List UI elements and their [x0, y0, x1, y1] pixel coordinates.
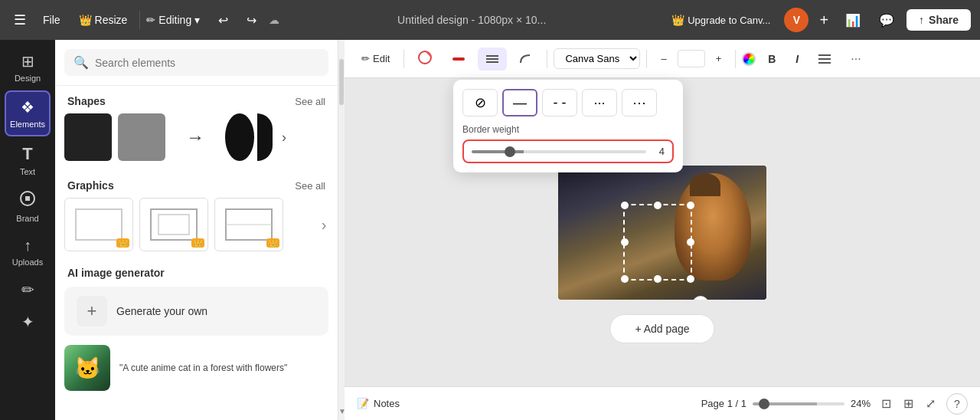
search-input[interactable] — [95, 57, 319, 69]
italic-button[interactable]: I — [788, 48, 806, 70]
border-dashed-button[interactable]: - - — [542, 89, 577, 116]
corner-radius-button[interactable] — [511, 48, 541, 71]
panel-scroll-down[interactable]: ▼ — [338, 403, 345, 417]
graphics-section-header: Graphics See all — [55, 170, 338, 198]
undo-button[interactable]: ↩ — [212, 10, 234, 31]
comments-button[interactable]: 💬 — [873, 10, 900, 31]
ai-example-text: "A cute anime cat in a forest with flowe… — [119, 363, 287, 373]
font-selector[interactable]: Canva Sans — [554, 48, 640, 69]
add-collaborator-button[interactable]: + — [815, 10, 833, 31]
fit-page-button[interactable]: ⊡ — [877, 393, 896, 414]
plus-circle-icon: + — [77, 296, 107, 326]
graphic-item-3[interactable]: 👑 — [214, 198, 283, 251]
ai-generate-button[interactable]: + Generate your own — [64, 287, 328, 336]
sidebar-item-design[interactable]: ⊞ Design — [5, 46, 51, 89]
avatar[interactable]: V — [784, 8, 808, 32]
sidebar-item-brand[interactable]: Brand — [5, 184, 51, 229]
stroke-color-button[interactable] — [444, 48, 473, 71]
sidebar-item-elements[interactable]: ❖ Elements — [5, 90, 51, 136]
font-size-input[interactable]: 19 — [678, 50, 705, 67]
resize-button[interactable]: 👑 Resize — [73, 11, 134, 29]
border-weight-value: 4 — [652, 146, 665, 157]
zoom-level: 24% — [851, 398, 871, 409]
graphics-see-all-button[interactable]: See all — [295, 180, 325, 192]
border-popup: ⊘ — - - ··· ⋯ Border weight 4 — [453, 80, 683, 172]
edit-button[interactable]: ✏ Edit — [354, 48, 397, 69]
border-solid-button[interactable]: — — [502, 89, 537, 116]
main-layout: ⊞ Design ❖ Elements T Text Brand ↑ Uploa… — [0, 40, 980, 420]
elements-icon: ❖ — [21, 98, 34, 116]
shape-circle[interactable] — [225, 113, 273, 161]
share-button[interactable]: ↑ Share — [906, 9, 971, 31]
redo-button[interactable]: ↪ — [240, 10, 263, 31]
text-color-picker[interactable] — [742, 52, 756, 66]
border-weight-row: 4 — [462, 139, 674, 163]
sidebar-item-uploads[interactable]: ↑ Uploads — [5, 231, 51, 273]
sidebar-item-brand-label: Brand — [16, 214, 38, 223]
icon-sidebar: ⊞ Design ❖ Elements T Text Brand ↑ Uploa… — [0, 40, 55, 420]
toolbar-divider-2 — [547, 50, 547, 68]
border-style-button[interactable] — [478, 48, 507, 71]
edit-icon: ✏ — [361, 53, 370, 64]
analytics-button[interactable]: 📊 — [839, 10, 867, 31]
toolbar-divider-1 — [403, 50, 404, 68]
shape-black-square[interactable] — [64, 113, 112, 161]
svg-rect-4 — [158, 215, 189, 235]
shapes-see-all-button[interactable]: See all — [295, 96, 325, 107]
font-size-increase-button[interactable]: + — [708, 48, 730, 69]
text-icon: T — [22, 144, 32, 164]
crown-icon: 👑 — [79, 14, 92, 26]
design-icon: ⊞ — [21, 52, 34, 71]
pencil-icon: ✏ — [146, 14, 155, 26]
ai-thumb-image: 🐱 — [64, 345, 110, 391]
add-page-button[interactable]: + Add page — [609, 314, 714, 343]
dog-image: ↻ — [558, 166, 766, 300]
shapes-section-header: Shapes See all — [55, 86, 338, 113]
shapes-next-button[interactable]: › — [279, 126, 289, 149]
align-button[interactable] — [811, 49, 838, 69]
graphic-item-2[interactable]: 👑 — [139, 198, 208, 251]
border-weight-slider[interactable] — [472, 150, 646, 153]
ai-section-title: AI image generator — [64, 261, 328, 287]
editing-button[interactable]: ✏ Editing ▾ — [139, 11, 206, 29]
svg-rect-1 — [25, 196, 30, 201]
border-dotted-button[interactable]: ··· — [582, 89, 617, 116]
file-button[interactable]: File — [37, 11, 67, 29]
crown-badge-2: 👑 — [191, 238, 204, 248]
crown-badge-1: 👑 — [116, 238, 129, 248]
border-double-button[interactable]: ⋯ — [622, 89, 657, 116]
shape-gray-square[interactable] — [118, 113, 165, 161]
graphic-item-next[interactable]: › — [289, 198, 338, 251]
draw-icon: ✏ — [21, 281, 34, 299]
color-picker-button[interactable] — [410, 46, 439, 71]
secondary-toolbar: ✏ Edit — [345, 40, 980, 78]
sidebar-item-text[interactable]: T Text — [5, 138, 51, 182]
sidebar-item-apps[interactable]: ✦ — [5, 307, 51, 337]
color-wheel-icon — [418, 51, 432, 67]
canvas-area: ✏ Edit — [345, 40, 980, 420]
grid-view-button[interactable]: ⊞ — [899, 393, 918, 414]
shape-arrow[interactable]: → — [172, 113, 219, 161]
apps-icon: ✦ — [21, 313, 34, 331]
font-size-decrease-button[interactable]: – — [653, 48, 674, 69]
border-none-button[interactable]: ⊘ — [462, 89, 498, 116]
notes-button[interactable]: 📝 Notes — [357, 398, 400, 409]
bold-button[interactable]: B — [760, 48, 783, 70]
toolbar-divider-4 — [735, 50, 736, 68]
sidebar-item-uploads-label: Uploads — [12, 258, 43, 267]
zoom-slider[interactable] — [753, 402, 844, 405]
graphics-title: Graphics — [67, 179, 114, 192]
help-button[interactable]: ? — [946, 393, 968, 415]
upgrade-button[interactable]: 👑 Upgrade to Canv... — [664, 11, 778, 29]
graphic-item-1[interactable]: 👑 — [64, 198, 133, 251]
more-options-button[interactable]: ··· — [843, 48, 868, 71]
sidebar-item-design-label: Design — [15, 74, 41, 83]
view-buttons: ⊡ ⊞ ⤢ — [877, 393, 940, 414]
graphics-row: 👑 👑 👑 › — [55, 198, 338, 261]
ai-example-item[interactable]: 🐱 "A cute anime cat in a forest with flo… — [64, 342, 328, 394]
hamburger-button[interactable]: ☰ — [9, 8, 31, 31]
sidebar-item-draw[interactable]: ✏ — [5, 274, 51, 305]
fullscreen-button[interactable]: ⤢ — [921, 393, 940, 414]
design-canvas[interactable]: ↻ — [558, 166, 766, 300]
panel-scroll-thumb[interactable] — [339, 59, 344, 105]
